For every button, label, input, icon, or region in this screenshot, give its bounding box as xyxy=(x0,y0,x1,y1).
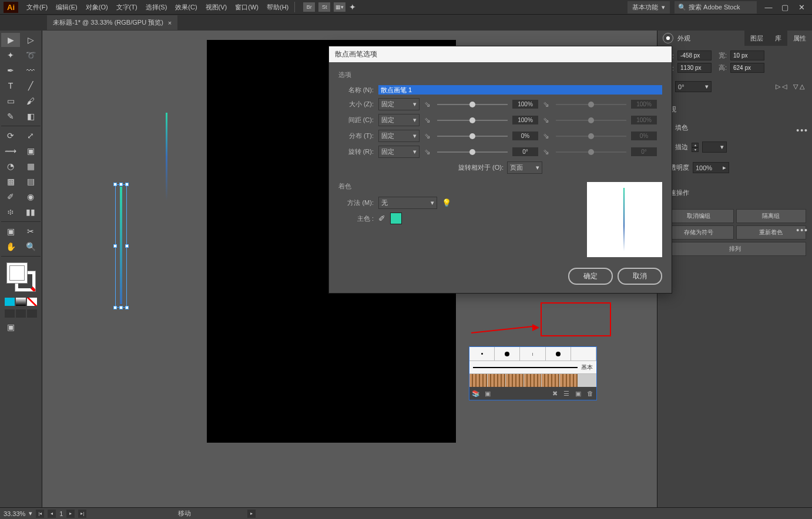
paintbrush-tool[interactable]: 🖌 xyxy=(21,94,40,108)
save-symbol-button[interactable]: 存储为符号 xyxy=(663,225,734,240)
arrange-docs-icon[interactable]: ▦▾ xyxy=(334,2,345,12)
menu-edit[interactable]: 编辑(E) xyxy=(52,1,81,14)
x-input[interactable] xyxy=(677,50,712,60)
menu-window[interactable]: 窗口(W) xyxy=(231,1,262,14)
tab-properties[interactable]: 属性 xyxy=(787,31,812,46)
color-mode[interactable] xyxy=(5,298,15,306)
close-button[interactable]: ✕ xyxy=(794,2,808,12)
brush-list-row[interactable]: | xyxy=(469,347,596,361)
slice-tool[interactable]: ✂ xyxy=(21,224,40,238)
spacing-value[interactable]: 100% xyxy=(512,116,538,124)
rotation-value[interactable]: 0° xyxy=(512,147,538,156)
rotation-slider[interactable] xyxy=(437,151,508,153)
flip-h-icon[interactable]: ▷◁ xyxy=(776,83,788,90)
cancel-button[interactable]: 取消 xyxy=(618,268,662,285)
link-icon[interactable]: ⇘ xyxy=(424,147,432,156)
eyedropper-icon[interactable]: ✐ xyxy=(378,214,385,223)
menu-view[interactable]: 视图(V) xyxy=(202,1,231,14)
new-brush-icon[interactable]: ▣ xyxy=(574,389,582,397)
handle[interactable] xyxy=(125,244,129,248)
opacity-input[interactable]: 100%▸ xyxy=(693,162,729,173)
size-mode-dropdown[interactable]: 固定▾ xyxy=(378,98,420,110)
zoom-tool[interactable]: 🔍 xyxy=(21,240,40,254)
isolate-button[interactable]: 隔离组 xyxy=(736,209,807,223)
angle-input[interactable]: 0°▾ xyxy=(675,81,712,92)
shape-builder-tool[interactable]: ◔ xyxy=(1,159,20,173)
draw-normal[interactable] xyxy=(5,309,15,318)
handle[interactable] xyxy=(119,306,123,309)
name-input[interactable] xyxy=(378,85,662,95)
brush-libraries-icon[interactable]: 📚 xyxy=(472,389,480,397)
ungroup-button[interactable]: 取消编组 xyxy=(663,209,734,223)
type-tool[interactable]: T xyxy=(1,79,20,93)
stroke-weight-stepper[interactable]: ▴▾ xyxy=(692,143,699,152)
size-value[interactable]: 100% xyxy=(512,100,538,109)
rotate-tool[interactable]: ⟳ xyxy=(1,129,20,143)
scatter-value[interactable]: 0% xyxy=(512,132,538,140)
scale-tool[interactable]: ⤢ xyxy=(21,129,40,143)
w-input[interactable] xyxy=(730,50,764,60)
handle[interactable] xyxy=(113,306,117,309)
flip-v-icon[interactable]: ▽△ xyxy=(793,83,806,90)
perspective-tool[interactable]: ▦ xyxy=(21,159,40,173)
menu-effect[interactable]: 效果(C) xyxy=(172,1,200,14)
delete-brush-icon[interactable]: 🗑 xyxy=(586,389,594,397)
libraries-icon[interactable]: ▣ xyxy=(484,389,492,397)
none-mode[interactable] xyxy=(27,298,37,306)
graph-tool[interactable]: ▮▮ xyxy=(21,205,40,219)
width-tool[interactable]: ⟿ xyxy=(1,144,20,158)
pen-tool[interactable]: ✒ xyxy=(1,63,20,77)
magic-wand-tool[interactable]: ✦ xyxy=(1,48,20,62)
nav-popup[interactable]: ▸ xyxy=(247,510,256,518)
mesh-tool[interactable]: ▩ xyxy=(1,174,20,188)
first-artboard[interactable]: |◂ xyxy=(36,510,44,518)
maximize-button[interactable]: ▢ xyxy=(778,2,792,12)
last-artboard[interactable]: ▸| xyxy=(78,510,86,518)
brush-basic[interactable]: 基本 xyxy=(469,361,596,374)
bridge-icon[interactable]: Br xyxy=(303,2,315,12)
h-input[interactable] xyxy=(730,63,764,73)
free-transform-tool[interactable]: ▣ xyxy=(21,144,40,158)
hand-tool[interactable]: ✋ xyxy=(1,240,20,254)
selected-object[interactable] xyxy=(115,184,127,308)
stroke-weight[interactable]: ▾ xyxy=(702,141,727,153)
brush-pattern[interactable] xyxy=(469,374,596,387)
more-options-icon[interactable]: ••• xyxy=(796,225,808,235)
line-tool[interactable]: ╱ xyxy=(21,79,40,93)
artboard-tool[interactable]: ▣ xyxy=(1,224,20,238)
handle[interactable] xyxy=(125,183,129,186)
workspace-dropdown[interactable]: 基本功能▾ xyxy=(628,1,670,14)
rectangle-tool[interactable]: ▭ xyxy=(1,94,20,108)
close-tab-icon[interactable]: × xyxy=(168,19,172,26)
menu-help[interactable]: 帮助(H) xyxy=(263,1,292,14)
menu-select[interactable]: 选择(S) xyxy=(142,1,171,14)
handle[interactable] xyxy=(113,244,117,248)
arrange-button[interactable]: 排列 xyxy=(663,242,806,256)
screen-mode[interactable]: ▣ xyxy=(1,320,20,334)
handle[interactable] xyxy=(113,183,117,186)
link-icon[interactable]: ⇘ xyxy=(424,132,432,140)
scatter-mode-dropdown[interactable]: 固定▾ xyxy=(378,130,420,142)
method-dropdown[interactable]: 无▾ xyxy=(378,197,437,209)
draw-behind[interactable] xyxy=(16,309,26,318)
draw-inside[interactable] xyxy=(27,309,37,318)
symbol-sprayer-tool[interactable]: ፨ xyxy=(1,205,20,219)
blend-tool[interactable]: ◉ xyxy=(21,190,40,204)
menu-object[interactable]: 对象(O) xyxy=(82,1,112,14)
eyedropper-tool[interactable]: ✐ xyxy=(1,190,20,204)
options-icon[interactable]: ☰ xyxy=(562,389,571,397)
link-icon[interactable]: ⇘ xyxy=(424,100,432,109)
rotation-relative-dropdown[interactable]: 页面▾ xyxy=(507,161,542,174)
artboard-number[interactable]: 1 xyxy=(59,510,63,517)
selection-tool[interactable]: ▶ xyxy=(1,33,20,47)
lasso-tool[interactable]: ➰ xyxy=(21,48,40,62)
menu-type[interactable]: 文字(T) xyxy=(113,1,141,14)
handle[interactable] xyxy=(119,183,123,186)
gpu-icon[interactable]: ✦ xyxy=(349,2,356,12)
fill-stroke-swatch[interactable] xyxy=(6,262,36,292)
tips-icon[interactable]: 💡 xyxy=(442,198,451,207)
direct-selection-tool[interactable]: ▷ xyxy=(21,33,40,47)
minimize-button[interactable]: — xyxy=(761,2,776,12)
search-input[interactable]: 🔍搜索 Adobe Stock xyxy=(675,1,757,14)
gradient-tool[interactable]: ▤ xyxy=(21,174,40,188)
